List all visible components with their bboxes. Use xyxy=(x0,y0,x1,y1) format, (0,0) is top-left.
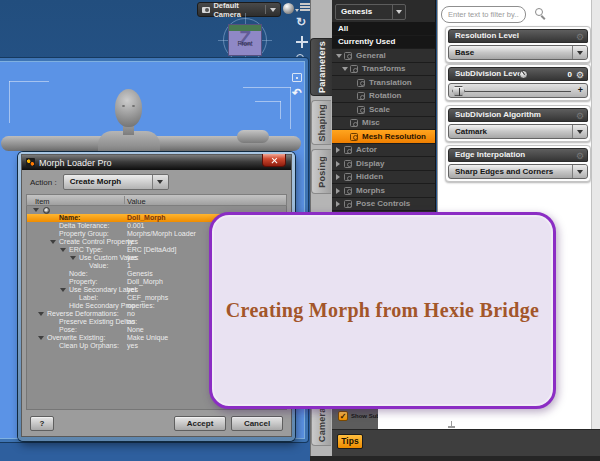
pan-icon[interactable] xyxy=(296,36,308,48)
group-header[interactable]: SubDivision Level 0 xyxy=(448,67,588,81)
collapsed-arrow-icon[interactable] xyxy=(336,174,340,180)
collapsed-arrow-icon[interactable] xyxy=(336,161,340,167)
node-group-icon xyxy=(357,92,365,100)
expand-arrow-icon[interactable] xyxy=(342,67,348,71)
column-value: Value xyxy=(127,197,146,206)
viewport-options-icon[interactable] xyxy=(300,3,310,12)
divider xyxy=(265,5,266,14)
gear-icon xyxy=(43,207,50,214)
table-header: Item Value xyxy=(26,194,287,206)
accept-button[interactable]: Accept xyxy=(174,416,226,431)
dialog-icon xyxy=(26,158,35,167)
chevron-down-icon xyxy=(577,51,583,55)
node-group-icon xyxy=(350,133,358,141)
group-header[interactable]: Edge Interpolation xyxy=(448,148,588,162)
list-item-mesh-resolution[interactable]: Mesh Resolution xyxy=(332,130,435,144)
column-item: Item xyxy=(35,197,50,206)
collapsed-arrow-icon[interactable] xyxy=(336,201,340,207)
gear-icon[interactable] xyxy=(576,31,584,43)
tips-bar: Tips xyxy=(332,429,600,456)
resolution-level-dropdown[interactable]: Base xyxy=(448,45,588,60)
app-window: Default Camera Z Front xyxy=(0,0,600,461)
group-subdivision-algorithm: SubDivision Algorithm Catmark xyxy=(445,105,591,142)
list-item-morphs[interactable]: Morphs xyxy=(332,184,435,198)
camera-selector[interactable]: Default Camera xyxy=(197,2,281,17)
expand-arrow-icon[interactable] xyxy=(50,240,56,244)
group-subdivision-level: SubDivision Level 0 + xyxy=(445,64,591,101)
list-item-translation[interactable]: Translation xyxy=(332,76,435,90)
frame-view-icon[interactable] xyxy=(292,73,302,82)
action-dropdown-value: Create Morph xyxy=(70,177,122,186)
list-item-misc[interactable]: Misc xyxy=(332,117,435,131)
splitter-handle[interactable] xyxy=(448,426,455,428)
filter-input[interactable] xyxy=(441,6,526,23)
dialog-title: Morph Loader Pro xyxy=(39,158,112,168)
tab-parameters[interactable]: Parameters xyxy=(310,38,332,96)
chevron-down-icon xyxy=(577,170,583,174)
figure-hand xyxy=(237,130,269,143)
camera-selector-label: Default Camera xyxy=(213,1,265,19)
dialog-titlebar[interactable]: Morph Loader Pro xyxy=(22,155,291,170)
group-edge-interpolation: Edge Interpolation Sharp Edges and Corne… xyxy=(445,145,591,182)
chevron-down-icon xyxy=(295,9,299,12)
group-header[interactable]: Resolution Level xyxy=(448,29,588,43)
list-item-scale[interactable]: Scale xyxy=(332,103,435,117)
list-item-pose-controls[interactable]: Pose Controls xyxy=(332,198,435,212)
group-resolution-level: Resolution Level Base xyxy=(445,26,591,63)
list-item-general[interactable]: General xyxy=(332,49,435,63)
annotation-text: Creating Morph from Hexie Bridge xyxy=(226,299,539,322)
search-icon[interactable] xyxy=(535,8,543,16)
expand-arrow-icon[interactable] xyxy=(38,312,44,316)
dial-icon[interactable] xyxy=(519,70,528,79)
list-item-rotation[interactable]: Rotation xyxy=(332,90,435,104)
show-sub-items-checkbox[interactable] xyxy=(338,411,348,421)
chevron-down-icon xyxy=(157,180,163,184)
expand-arrow-icon[interactable] xyxy=(336,54,342,58)
help-button[interactable]: ? xyxy=(30,416,54,431)
subdivision-level-slider[interactable]: + xyxy=(448,83,588,98)
collapsed-arrow-icon[interactable] xyxy=(336,147,340,153)
list-item-display[interactable]: Display xyxy=(332,157,435,171)
collapsed-arrow-icon[interactable] xyxy=(336,188,340,194)
camera-icon xyxy=(202,7,210,13)
gear-icon[interactable] xyxy=(576,150,584,162)
expand-arrow-icon[interactable] xyxy=(33,208,39,212)
tips-button[interactable]: Tips xyxy=(337,434,363,449)
node-selector-dropdown[interactable]: Genesis xyxy=(335,4,406,20)
list-item-hidden[interactable]: Hidden xyxy=(332,171,435,185)
slider-increment[interactable]: + xyxy=(578,85,583,95)
scrollbar-track[interactable] xyxy=(591,0,600,433)
expand-arrow-icon[interactable] xyxy=(38,336,44,340)
slider-thumb[interactable] xyxy=(452,86,465,96)
orbit-icon[interactable] xyxy=(296,16,306,28)
list-item-all[interactable]: All xyxy=(332,22,435,36)
node-group-icon xyxy=(357,79,365,87)
cancel-button[interactable]: Cancel xyxy=(231,416,283,431)
undo-view-icon[interactable] xyxy=(292,87,302,99)
drawstyle-sphere-icon[interactable] xyxy=(283,3,294,14)
node-group-icon xyxy=(350,119,358,127)
list-item-actor[interactable]: Actor xyxy=(332,144,435,158)
list-item-transforms[interactable]: Transforms xyxy=(332,63,435,77)
expand-arrow-icon[interactable] xyxy=(60,248,66,252)
close-icon[interactable] xyxy=(262,154,286,167)
gear-icon[interactable] xyxy=(576,69,584,81)
group-header[interactable]: SubDivision Algorithm xyxy=(448,108,588,122)
expand-arrow-icon[interactable] xyxy=(60,288,66,292)
chevron-down-icon xyxy=(270,8,276,12)
subdivision-algorithm-dropdown[interactable]: Catmark xyxy=(448,124,588,139)
tab-posing[interactable]: Posing xyxy=(311,149,331,194)
action-dropdown[interactable]: Create Morph xyxy=(63,174,169,190)
tab-shaping[interactable]: Shaping xyxy=(311,100,331,145)
gear-icon[interactable] xyxy=(576,110,584,122)
expand-arrow-icon[interactable] xyxy=(70,256,76,260)
view-cube[interactable]: Z Front xyxy=(228,24,262,56)
node-group-icon xyxy=(344,173,352,181)
node-group-icon xyxy=(350,65,358,73)
chevron-down-icon xyxy=(396,10,402,14)
subdivision-level-value: 0 xyxy=(568,69,572,81)
edge-interpolation-dropdown[interactable]: Sharp Edges and Corners xyxy=(448,164,588,179)
node-group-icon xyxy=(344,160,352,168)
slider-track[interactable] xyxy=(465,91,571,93)
list-item-currently-used[interactable]: Currently Used xyxy=(332,36,435,50)
